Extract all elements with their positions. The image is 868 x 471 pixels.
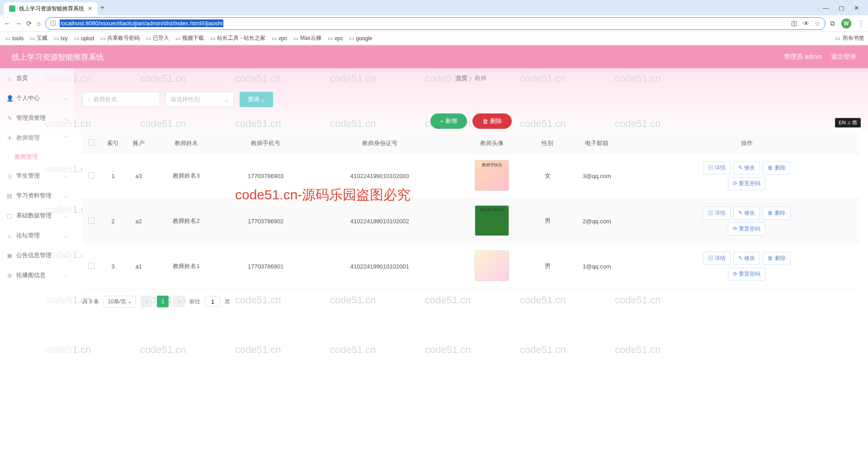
bookmark-item[interactable]: ▭视频下载 bbox=[174, 33, 206, 43]
close-tab-icon[interactable]: ✕ bbox=[88, 5, 92, 12]
cell-account: a3 bbox=[126, 153, 151, 198]
next-page-button[interactable]: › bbox=[173, 296, 185, 307]
eye-icon[interactable]: 👁 bbox=[803, 20, 809, 27]
select-all-checkbox[interactable] bbox=[88, 139, 94, 146]
breadcrumb-home[interactable]: 首页 bbox=[456, 74, 467, 82]
cell-gender: 女 bbox=[535, 153, 560, 198]
teacher-table: 索引账户教师姓名教师手机号教师身份证号教师头像性别电子邮箱操作 1a3教师姓名3… bbox=[82, 133, 860, 289]
sidebar-sub-item[interactable]: 教师管理 bbox=[0, 148, 74, 166]
all-bookmarks[interactable]: 所有书签 bbox=[843, 34, 864, 42]
goto-label: 前往 bbox=[189, 298, 200, 306]
app-header: 线上学习资源智能推荐系统 管理员 admin 退出登录 bbox=[0, 46, 868, 68]
bookmark-item[interactable]: ▭已导入 bbox=[144, 33, 171, 43]
lang-badge[interactable]: EN ♫ 简 bbox=[835, 118, 861, 127]
star-icon[interactable]: ☆ bbox=[815, 20, 821, 27]
sidebar-item[interactable]: ☼论坛管理⌄ bbox=[0, 226, 74, 245]
edit-button[interactable]: ✎ 修改 bbox=[733, 161, 760, 174]
menu-icon[interactable]: ⋮ bbox=[858, 19, 864, 28]
breadcrumb: 首页 / 教师 bbox=[82, 68, 860, 88]
forward-icon[interactable]: → bbox=[15, 19, 22, 27]
bookmark-item[interactable]: ▭uplod bbox=[72, 34, 96, 42]
profile-avatar[interactable]: W bbox=[841, 19, 851, 28]
row-checkbox[interactable] bbox=[88, 172, 94, 179]
detail-button[interactable]: ▤ 详情 bbox=[703, 161, 731, 174]
maximize-icon[interactable]: ▢ bbox=[839, 5, 844, 11]
table-row: 2a2教师姓名217703786902410224199010102002EDU… bbox=[82, 198, 860, 244]
teacher-name-input[interactable]: ○ 教师姓名 bbox=[82, 92, 160, 107]
folder-icon: ▭ bbox=[54, 35, 59, 42]
menu-icon: 👤 bbox=[6, 95, 13, 102]
avatar-thumbnail[interactable]: 教师节快乐 bbox=[475, 160, 509, 191]
prev-page-button[interactable]: ‹ bbox=[141, 296, 152, 307]
cell-email: 1@qq.com bbox=[560, 244, 633, 289]
sidebar-item[interactable]: ▣公告信息管理⌄ bbox=[0, 245, 74, 265]
query-button[interactable]: 查询 ⌕ bbox=[240, 92, 273, 107]
minimize-icon[interactable]: — bbox=[823, 5, 829, 11]
edit-button[interactable]: ✎ 修改 bbox=[733, 207, 760, 220]
bookmark-item[interactable]: ▭tools bbox=[4, 34, 25, 42]
sidebar-item[interactable]: ✎管理员管理⌄ bbox=[0, 108, 74, 128]
cell-phone: 17703786901 bbox=[221, 244, 311, 289]
cell-idcard: 410224199010102003 bbox=[310, 153, 449, 198]
sidebar-item[interactable]: ▤学习资料管理⌄ bbox=[0, 186, 74, 206]
row-delete-button[interactable]: 🗑 删除 bbox=[763, 252, 790, 265]
reset-password-button[interactable]: ⟳ 重置密码 bbox=[728, 268, 765, 281]
tab-bar: 线上学习资源智能推荐系统 ✕ + — ▢ ✕ bbox=[0, 0, 868, 15]
current-user[interactable]: 管理员 admin bbox=[784, 53, 822, 61]
extensions-icon[interactable]: ⧉ bbox=[830, 19, 835, 28]
browser-chrome: 线上学习资源智能推荐系统 ✕ + — ▢ ✕ ← → ⟳ ⌂ ⓘ localho… bbox=[0, 0, 868, 46]
add-button[interactable]: + 新增 bbox=[430, 113, 467, 129]
bookmark-item[interactable]: ▭vps bbox=[326, 34, 345, 42]
bookmark-item[interactable]: ▭共享账号密码 bbox=[99, 33, 142, 43]
close-window-icon[interactable]: ✕ bbox=[854, 5, 859, 11]
sidebar-item[interactable]: ⊕轮播图信息⌄ bbox=[0, 265, 74, 285]
row-delete-button[interactable]: 🗑 删除 bbox=[763, 161, 790, 174]
avatar-thumbnail[interactable]: EDUCATION bbox=[475, 205, 509, 236]
nav-bar: ← → ⟳ ⌂ ⓘ localhost:8080/xsxueziliaotuij… bbox=[0, 15, 868, 32]
bookmark-item[interactable]: ▭txy bbox=[52, 34, 69, 42]
reload-icon[interactable]: ⟳ bbox=[26, 19, 32, 28]
page-1-button[interactable]: 1 bbox=[157, 296, 169, 307]
sidebar-item[interactable]: 👤个人中心⌄ bbox=[0, 88, 74, 108]
sidebar-item[interactable]: ⌂首页 bbox=[0, 68, 74, 88]
cell-name: 教师姓名3 bbox=[151, 153, 221, 198]
info-icon[interactable]: ⓘ bbox=[50, 19, 56, 28]
bookmark-bar: ▭tools▭宝藏▭txy▭uplod▭共享账号密码▭已导入▭视频下载▭站长工具… bbox=[0, 32, 868, 45]
bookmark-item[interactable]: ▭google bbox=[347, 34, 374, 42]
row-checkbox[interactable] bbox=[88, 217, 94, 224]
filter-row: ○ 教师姓名 请选择性别 ⌄ 查询 ⌕ bbox=[82, 88, 860, 113]
back-icon[interactable]: ← bbox=[4, 19, 10, 27]
cell-avatar: EDUCATION bbox=[449, 198, 535, 244]
detail-button[interactable]: ▤ 详情 bbox=[703, 207, 731, 220]
edit-button[interactable]: ✎ 修改 bbox=[733, 252, 760, 265]
search-icon: ○ bbox=[87, 96, 91, 103]
logout-link[interactable]: 退出登录 bbox=[831, 53, 856, 61]
folder-icon: ▭ bbox=[100, 35, 105, 42]
reset-password-button[interactable]: ⟳ 重置密码 bbox=[728, 177, 765, 190]
sidebar-item[interactable]: ⊙学生管理⌄ bbox=[0, 166, 74, 186]
column-header: 教师头像 bbox=[449, 133, 535, 153]
bookmark-item[interactable]: ▭宝藏 bbox=[28, 33, 49, 43]
home-icon[interactable]: ⌂ bbox=[37, 19, 41, 27]
sidebar-item[interactable]: ▢基础数据管理⌄ bbox=[0, 206, 74, 226]
avatar-thumbnail[interactable] bbox=[475, 250, 509, 281]
reset-password-button[interactable]: ⟳ 重置密码 bbox=[728, 222, 765, 236]
row-delete-button[interactable]: 🗑 删除 bbox=[763, 207, 790, 220]
key-icon[interactable]: ⚿ bbox=[791, 20, 797, 27]
bookmark-item[interactable]: ▭站长工具 - 站长之家 bbox=[208, 33, 267, 43]
detail-button[interactable]: ▤ 详情 bbox=[703, 252, 731, 265]
goto-input[interactable] bbox=[205, 296, 220, 307]
favicon bbox=[9, 5, 15, 12]
row-checkbox[interactable] bbox=[88, 263, 94, 269]
bookmark-item[interactable]: ▭vpn bbox=[270, 34, 289, 42]
bookmark-item[interactable]: ▭Max云梯 bbox=[292, 33, 323, 43]
gender-select[interactable]: 请选择性别 ⌄ bbox=[165, 92, 234, 107]
browser-tab[interactable]: 线上学习资源智能推荐系统 ✕ bbox=[4, 2, 98, 15]
cell-index: 3 bbox=[100, 244, 126, 289]
page-size-select[interactable]: 10条/页 ⌄ bbox=[104, 296, 136, 308]
new-tab-button[interactable]: + bbox=[100, 4, 104, 12]
delete-button[interactable]: 🗑 删除 bbox=[472, 113, 512, 129]
column-header: 索引 bbox=[100, 133, 126, 153]
sidebar-item[interactable]: ✈教师管理⌃ bbox=[0, 128, 74, 148]
address-bar[interactable]: ⓘ localhost:8080/xsxueziliaotuijian/admi… bbox=[45, 17, 826, 30]
